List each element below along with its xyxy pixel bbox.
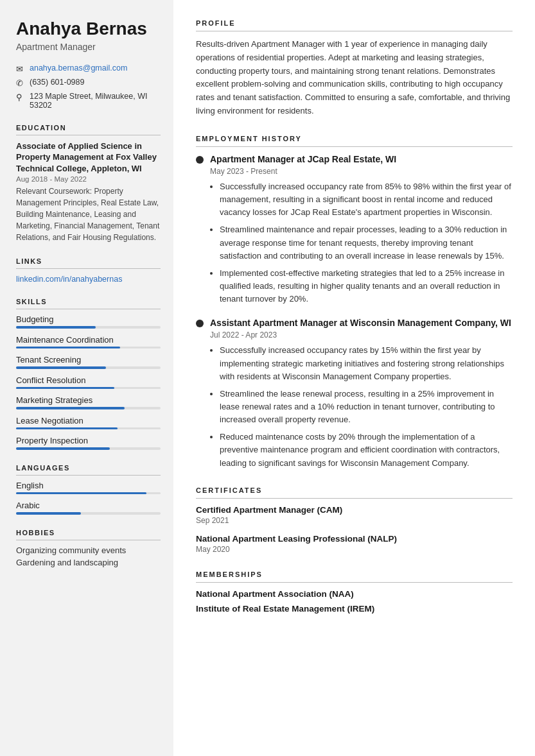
skill-bar-fill xyxy=(16,447,110,450)
education-section-title: EDUCATION xyxy=(16,124,161,135)
skill-item: Conflict Resolution xyxy=(16,375,161,390)
profile-text: Results-driven Apartment Manager with 1 … xyxy=(196,38,513,118)
candidate-job-title: Apartment Manager xyxy=(16,42,161,52)
languages-section-title: LANGUAGES xyxy=(16,464,161,476)
memberships-section-title: MEMBERSHIPS xyxy=(196,571,513,583)
job-bullets: Successfully increased occupancy rate fr… xyxy=(210,180,513,305)
links-section-title: LINKS xyxy=(16,257,161,269)
job-entry: Apartment Manager at JCap Real Estate, W… xyxy=(196,153,513,305)
links-list: linkedin.com/in/anahyabernas xyxy=(16,274,161,284)
skills-container: Budgeting Maintenance Coordination Tenan… xyxy=(16,314,161,450)
language-bar-bg xyxy=(16,492,161,495)
contact-list: ✉ anahya.bernas@gmail.com ✆ (635) 601-09… xyxy=(16,64,161,110)
cert-entry: National Apartment Leasing Professional … xyxy=(196,534,513,554)
language-label: Arabic xyxy=(16,501,161,510)
skill-label: Conflict Resolution xyxy=(16,375,161,385)
language-item: English xyxy=(16,481,161,495)
edu-coursework: Relevant Coursework: Property Management… xyxy=(16,185,161,243)
employment-section-title: EMPLOYMENT HISTORY xyxy=(196,135,513,147)
job-header: Assistant Apartment Manager at Wisconsin… xyxy=(196,317,513,329)
skill-bar-bg xyxy=(16,326,161,329)
language-bar-bg xyxy=(16,512,161,515)
list-item: Implemented cost-effective marketing str… xyxy=(220,267,513,305)
list-item: Reduced maintenance costs by 20% through… xyxy=(220,431,513,469)
job-header: Apartment Manager at JCap Real Estate, W… xyxy=(196,153,513,165)
list-item: Organizing community events xyxy=(16,546,161,555)
skill-bar-fill xyxy=(16,427,118,430)
email-link[interactable]: anahya.bernas@gmail.com xyxy=(30,64,127,73)
contact-phone: ✆ (635) 601-0989 xyxy=(16,78,161,88)
skill-label: Lease Negotiation xyxy=(16,416,161,425)
email-icon: ✉ xyxy=(16,64,25,74)
cert-date: Sep 2021 xyxy=(196,516,513,525)
job-dot xyxy=(196,156,204,164)
skill-label: Maintenance Coordination xyxy=(16,335,161,345)
list-item: Streamlined the lease renewal process, r… xyxy=(220,388,513,426)
job-dates: May 2023 - Present xyxy=(210,167,513,176)
list-item: linkedin.com/in/anahyabernas xyxy=(16,274,161,284)
skill-bar-bg xyxy=(16,427,161,430)
language-label: English xyxy=(16,481,161,490)
job-title-text: Apartment Manager at JCap Real Estate, W… xyxy=(210,153,396,165)
skill-bar-bg xyxy=(16,407,161,409)
languages-container: English Arabic xyxy=(16,481,161,515)
membership-entry: Institute of Real Estate Management (IRE… xyxy=(196,604,513,614)
skill-bar-bg xyxy=(16,347,161,349)
certificates-section-title: CERTIFICATES xyxy=(196,486,513,499)
skill-label: Budgeting xyxy=(16,314,161,324)
education-entry: Associate of Applied Science in Property… xyxy=(16,141,161,244)
candidate-name: Anahya Bernas xyxy=(16,19,161,39)
contact-address: ⚲ 123 Maple Street, Milwaukee, WI 53202 xyxy=(16,92,161,110)
language-bar-fill xyxy=(16,492,146,495)
job-dates: Jul 2022 - Apr 2023 xyxy=(210,331,513,339)
jobs-container: Apartment Manager at JCap Real Estate, W… xyxy=(196,153,513,470)
skill-label: Marketing Strategies xyxy=(16,395,161,405)
skill-label: Property Inspection xyxy=(16,436,161,445)
list-item: Gardening and landscaping xyxy=(16,558,161,567)
linkedin-link[interactable]: linkedin.com/in/anahyabernas xyxy=(16,275,122,284)
language-item: Arabic xyxy=(16,501,161,515)
cert-name: Certified Apartment Manager (CAM) xyxy=(196,505,513,515)
job-dot xyxy=(196,320,204,327)
hobbies-list: Organizing community eventsGardening and… xyxy=(16,546,161,567)
memberships-container: National Apartment Association (NAA)Inst… xyxy=(196,589,513,614)
skill-item: Tenant Screening xyxy=(16,355,161,369)
certs-container: Certified Apartment Manager (CAM) Sep 20… xyxy=(196,505,513,554)
edu-dates: Aug 2018 - May 2022 xyxy=(16,175,161,183)
membership-entry: National Apartment Association (NAA) xyxy=(196,589,513,599)
job-bullets: Successfully increased occupancy rates b… xyxy=(210,344,513,469)
skill-item: Property Inspection xyxy=(16,436,161,450)
skill-bar-fill xyxy=(16,326,96,329)
skill-bar-bg xyxy=(16,366,161,369)
skill-label: Tenant Screening xyxy=(16,355,161,365)
skill-bar-fill xyxy=(16,347,120,349)
hobbies-section-title: HOBBIES xyxy=(16,529,161,540)
skill-item: Lease Negotiation xyxy=(16,416,161,430)
language-bar-fill xyxy=(16,512,81,515)
cert-entry: Certified Apartment Manager (CAM) Sep 20… xyxy=(196,505,513,525)
skill-bar-fill xyxy=(16,407,125,409)
profile-section-title: PROFILE xyxy=(196,19,513,31)
skill-item: Budgeting xyxy=(16,314,161,329)
list-item: Successfully increased occupancy rates b… xyxy=(220,344,513,382)
cert-name: National Apartment Leasing Professional … xyxy=(196,534,513,544)
job-entry: Assistant Apartment Manager at Wisconsin… xyxy=(196,317,513,469)
cert-date: May 2020 xyxy=(196,545,513,554)
main-content: PROFILE Results-driven Apartment Manager… xyxy=(173,0,535,756)
sidebar: Anahya Bernas Apartment Manager ✉ anahya… xyxy=(0,0,173,756)
job-title-text: Assistant Apartment Manager at Wisconsin… xyxy=(210,317,511,329)
phone-icon: ✆ xyxy=(16,78,25,88)
skills-section-title: SKILLS xyxy=(16,298,161,309)
location-icon: ⚲ xyxy=(16,92,25,102)
skill-bar-bg xyxy=(16,387,161,390)
skill-item: Maintenance Coordination xyxy=(16,335,161,349)
skill-bar-bg xyxy=(16,447,161,450)
skill-bar-fill xyxy=(16,387,114,390)
list-item: Streamlined maintenance and repair proce… xyxy=(220,223,513,262)
contact-email: ✉ anahya.bernas@gmail.com xyxy=(16,64,161,74)
skill-item: Marketing Strategies xyxy=(16,395,161,409)
edu-degree: Associate of Applied Science in Property… xyxy=(16,141,161,175)
skill-bar-fill xyxy=(16,366,106,369)
list-item: Successfully increased occupancy rate fr… xyxy=(220,180,513,219)
